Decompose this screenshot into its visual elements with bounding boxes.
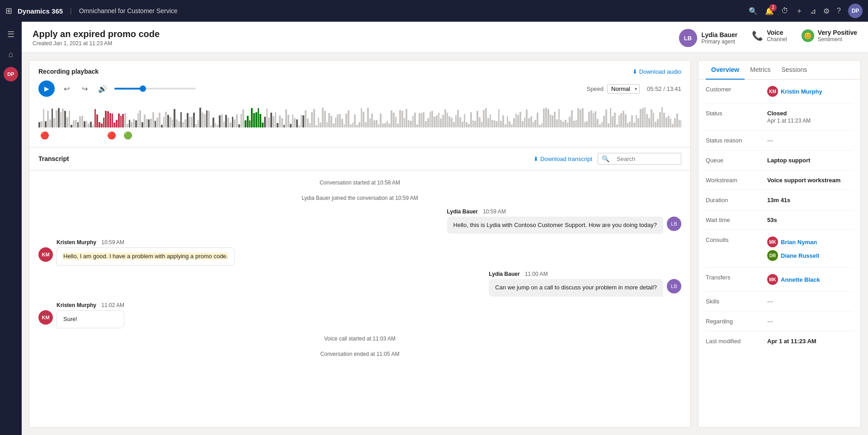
waveform-bar [444,109,446,128]
waveform-bar [636,115,637,128]
message-sender: Kristen Murphy [57,302,96,308]
sidebar-menu-icon[interactable]: ☰ [2,25,20,43]
waveform-bar [490,114,491,128]
waveform-bar [388,123,390,128]
filter-icon[interactable]: ⊿ [810,7,816,15]
transcript-search-box[interactable]: 🔍 [598,153,681,165]
waveform-bar [208,111,210,128]
field-value: Laptop support [767,157,853,164]
right-panel: Overview Metrics Sessions Customer KM Kr… [698,60,861,428]
waveform-bar [513,118,515,128]
playback-controls: ▶ ↩ ↪ 🔊 Speed [38,80,681,97]
grid-icon[interactable]: ⊞ [5,6,12,16]
agent-details: Lydia Bauer Primary agent [702,31,738,45]
waveform-bar [447,113,448,128]
consult-link-2[interactable]: Diane Russell [781,252,819,259]
waveform-bar [275,112,277,128]
waveform-bar [221,114,223,128]
waveform-bar [502,115,504,128]
customer-link[interactable]: KM Kristin Murphy [767,86,853,97]
waveform-bar [387,121,388,128]
waveform-bar [472,120,474,128]
consult-link-1[interactable]: Brian Nyman [781,239,817,246]
waveform-bar [627,123,629,128]
field-value: --- [767,137,853,144]
waveform-bar [470,112,472,128]
waveform-bar [369,118,371,128]
field-value: MK Annette Black [767,274,853,285]
waveform-bar [328,113,330,128]
waveform-bar [285,109,287,128]
waveform-bar [599,124,601,128]
download-audio-link[interactable]: ⬇ Download audio [632,68,681,75]
waveform-bar [152,112,154,128]
progress-track[interactable] [114,88,196,90]
tab-overview[interactable]: Overview [706,61,745,80]
waveform-bar [610,108,612,128]
forward-icon[interactable]: ↪ [78,82,91,95]
sidebar-home-icon[interactable]: ⌂ [2,45,20,63]
consult-row: MK Brian Nyman DR Diane Russell [767,236,853,261]
waveform[interactable] [38,102,681,129]
add-icon[interactable]: ＋ [796,6,803,16]
search-icon: 🔍 [598,153,613,164]
waveform-bar [94,109,96,128]
waveform-bar [453,122,455,128]
tab-metrics[interactable]: Metrics [745,61,776,80]
transcript-section: Transcript ⬇ Download transcript 🔍 [29,147,690,427]
download-transcript-link[interactable]: ⬇ Download transcript [533,156,592,162]
waveform-bar [66,117,68,128]
notification-icon[interactable]: 🔔 2 [765,7,774,15]
waveform-bar [38,122,40,128]
field-label: Regarding [706,318,760,325]
waveform-bar [199,108,201,128]
waveform-bar [251,108,253,128]
waveform-bar [129,120,131,128]
waveform-bar [404,118,406,128]
waveform-bar [103,118,105,128]
waveform-bar [112,113,113,128]
waveform-bar [567,123,569,128]
waveform-bar [236,114,238,128]
waveform-bar [657,119,659,128]
search-icon[interactable]: 🔍 [749,7,758,15]
customer-message-row: KM Kristen Murphy 11:02 AM Sure! [38,302,681,328]
waveform-bar [204,114,206,128]
overview-row-duration: Duration 13m 41s [706,190,853,210]
progress-bar[interactable] [114,88,196,90]
tab-sessions[interactable]: Sessions [776,61,812,80]
field-value: Closed Apr 1 at 11:23 AM [767,110,853,124]
waveform-bar [384,123,386,128]
overview-row-skills: Skills --- [706,292,853,312]
settings-icon[interactable]: ⚙ [823,7,830,15]
search-input[interactable] [613,154,681,164]
waveform-bar [483,110,485,128]
clock-icon[interactable]: ⏱ [781,7,788,15]
waveform-bar [543,109,545,128]
waveform-bar [464,114,466,128]
waveform-bar [47,111,49,128]
play-button[interactable]: ▶ [38,80,55,97]
waveform-bar [481,122,483,128]
message-time: 10:59 AM [483,208,506,215]
waveform-bar [571,110,573,128]
waveform-bar [105,111,107,128]
transfer-link[interactable]: Annette Black [781,276,820,283]
field-value: Apr 1 at 11:23 AM [767,338,853,345]
waveform-bar [311,112,313,128]
user-avatar[interactable]: DP [848,4,863,18]
overview-row-customer: Customer KM Kristin Murphy [706,80,853,104]
waveform-bar [491,120,493,128]
rewind-icon[interactable]: ↩ [60,82,73,95]
waveform-bar [541,123,543,128]
message-text: Can we jump on a call to discuss your pr… [495,284,657,291]
speed-select[interactable]: Normal 0.5x 0.75x 1.25x 1.5x 2x [607,84,640,94]
waveform-bar [399,110,401,128]
waveform-bar [324,111,326,128]
waveform-bar [345,113,347,128]
sidebar-user-avatar[interactable]: DP [4,67,18,81]
waveform-bar [565,120,566,128]
volume-icon[interactable]: 🔊 [96,82,109,95]
help-icon[interactable]: ? [837,7,841,15]
sentiment-card: 😊 Very Positive Sentiment [802,29,857,43]
